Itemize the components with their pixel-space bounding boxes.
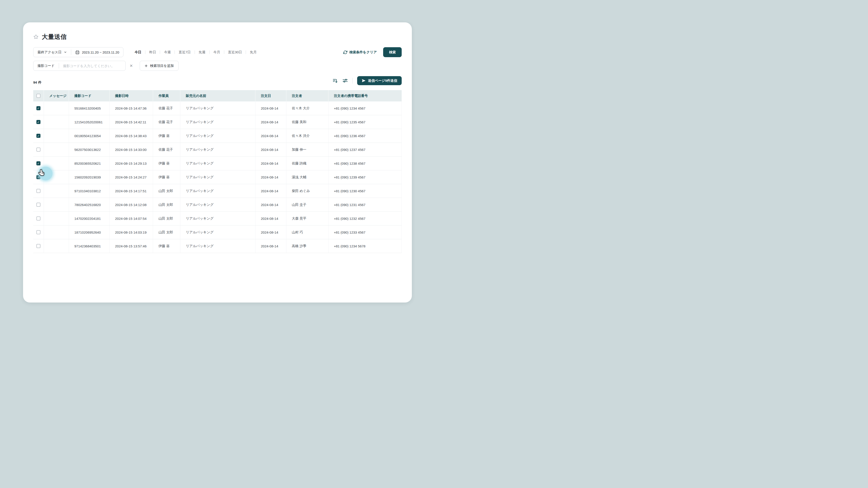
- cell-shoot-datetime: 2024-08-15 14:07:54: [110, 212, 153, 225]
- cell-message: [43, 101, 69, 115]
- date-range-picker[interactable]: 2023.11.20 ~ 2023.11.20: [71, 47, 123, 57]
- sort-icon: [333, 78, 338, 84]
- cell-shoot-datetime: 2024-08-15 14:29:13: [110, 157, 153, 170]
- table-row: 97142368403501 2024-08-15 13:57:46 伊藤 葵 …: [33, 239, 402, 244]
- calendar-icon: [75, 50, 80, 55]
- filter-row-primary: 最終アクセス日 2023.11.20 ~ 2023.11.20 今日昨日今週直近…: [33, 47, 402, 57]
- cell-seller-name: リアルパッキング: [180, 198, 255, 212]
- refresh-icon: [343, 50, 347, 55]
- code-filter-input[interactable]: [63, 64, 121, 68]
- cell-order-date: 2024-08-14: [255, 101, 286, 115]
- cell-orderer-phone: +81 (090) 1230 4567: [328, 184, 402, 198]
- cell-seller-name: リアルパッキング: [180, 101, 255, 115]
- row-checkbox[interactable]: [36, 120, 40, 124]
- cell-shoot-datetime: 2024-08-15 14:38:43: [110, 129, 153, 142]
- cell-order-date: 2024-08-14: [255, 143, 286, 156]
- row-checkbox[interactable]: [36, 106, 40, 110]
- add-search-field-button[interactable]: 検索項目を追加: [140, 61, 179, 71]
- filter-field-dropdown[interactable]: 最終アクセス日: [33, 47, 71, 57]
- row-checkbox[interactable]: [36, 148, 40, 152]
- code-filter-control: 撮影コード: [33, 61, 126, 71]
- cell-orderer: 佐藤 詩織: [286, 157, 328, 170]
- cell-message: [43, 143, 69, 156]
- cell-orderer: 大森 晃平: [286, 212, 328, 225]
- select-all-cell: [33, 90, 43, 101]
- cell-shoot-datetime: 2024-08-15 14:42:11: [110, 115, 153, 129]
- result-count-unit: 件: [38, 80, 41, 85]
- row-select-cell: [33, 239, 43, 244]
- cell-operator: 山田 太郎: [153, 212, 180, 225]
- row-select-cell: [33, 115, 43, 129]
- cell-orderer: 佐々木 大介: [286, 101, 328, 115]
- cell-operator: 伊藤 葵: [153, 239, 180, 244]
- cell-seller-name: リアルパッキング: [180, 115, 255, 129]
- remove-filter-button[interactable]: ✕: [128, 62, 135, 69]
- row-checkbox[interactable]: [36, 134, 40, 138]
- filter-settings-button[interactable]: [342, 78, 348, 84]
- cell-operator: 佐藤 花子: [153, 115, 180, 129]
- cell-seller-name: リアルパッキング: [180, 184, 255, 198]
- cell-order-date: 2024-08-14: [255, 239, 286, 244]
- row-checkbox[interactable]: [36, 203, 40, 207]
- clear-search-button[interactable]: 検索条件をクリア: [343, 50, 377, 55]
- cell-orderer-phone: +81 (090) 1232 4567: [328, 212, 402, 225]
- cell-seller-name: リアルパッキング: [180, 157, 255, 170]
- quick-range-item[interactable]: 直近30日: [224, 50, 246, 55]
- cell-seller-name: リアルパッキング: [180, 170, 255, 184]
- cell-orderer-phone: +81 (090) 1237 4567: [328, 143, 402, 156]
- select-all-checkbox[interactable]: [36, 94, 40, 98]
- column-header: 注文日: [255, 90, 286, 101]
- cell-order-date: 2024-08-14: [255, 184, 286, 198]
- cell-shoot-code: 15602092019039: [69, 170, 110, 184]
- table-row: 85200365520621 2024-08-15 14:29:13 伊藤 葵 …: [33, 157, 402, 170]
- cell-seller-name: リアルパッキング: [180, 129, 255, 142]
- cell-seller-name: リアルパッキング: [180, 212, 255, 225]
- row-checkbox[interactable]: [36, 230, 40, 234]
- cell-shoot-code: 97142368403501: [69, 239, 110, 244]
- quick-range-item[interactable]: 昨日: [145, 50, 160, 55]
- table-row: 55168413200405 2024-08-15 14:47:36 佐藤 花子…: [33, 101, 402, 115]
- close-icon: ✕: [130, 64, 133, 68]
- table-row: 78026402516820 2024-08-15 14:12:08 山田 太郎…: [33, 198, 402, 212]
- hand-cursor-icon: [37, 169, 46, 177]
- cell-order-date: 2024-08-14: [255, 170, 286, 184]
- table-tools: [333, 78, 348, 84]
- cell-message: [43, 239, 69, 244]
- search-button[interactable]: 検索: [383, 47, 402, 57]
- quick-range-item[interactable]: 直近7日: [175, 50, 194, 55]
- quick-range-item[interactable]: 今日: [131, 50, 145, 55]
- row-select-cell: [33, 129, 43, 142]
- row-select-cell: [33, 143, 43, 156]
- send-page-button[interactable]: 送信ページ5件送信: [357, 76, 402, 85]
- table-row: 00180504123054 2024-08-15 14:38:43 伊藤 葵 …: [33, 129, 402, 143]
- table-toolbar: 94 件 送信ページ5件送信: [33, 76, 402, 85]
- cell-orderer: 山田 圭子: [286, 198, 328, 212]
- cell-operator: 山田 太郎: [153, 225, 180, 239]
- sort-button[interactable]: [333, 78, 338, 84]
- cell-shoot-datetime: 2024-08-15 14:12:08: [110, 198, 153, 212]
- cell-shoot-datetime: 2024-08-15 14:47:36: [110, 101, 153, 115]
- quick-range-item[interactable]: 今週: [160, 50, 175, 55]
- quick-range-item[interactable]: 先月: [246, 50, 260, 55]
- table-row: 14702002204181 2024-08-15 14:07:54 山田 太郎…: [33, 212, 402, 225]
- send-page-label: 送信ページ5件送信: [368, 78, 397, 83]
- column-header: 販売元の名前: [180, 90, 255, 101]
- cell-orderer-phone: +81 (090) 1236 4567: [328, 129, 402, 142]
- cell-shoot-code: 121541052020061: [69, 115, 110, 129]
- filter-row-secondary: 撮影コード ✕ 検索項目を追加: [33, 61, 402, 71]
- quick-range-item[interactable]: 今月: [210, 50, 224, 55]
- row-select-cell: [33, 101, 43, 115]
- clear-search-label: 検索条件をクリア: [349, 50, 377, 55]
- quick-range-item[interactable]: 先週: [195, 50, 209, 55]
- cell-operator: 佐藤 花子: [153, 143, 180, 156]
- row-checkbox[interactable]: [36, 161, 40, 165]
- quick-range-list: 今日昨日今週直近7日先週今月直近30日先月: [131, 50, 260, 55]
- date-range-value: 2023.11.20 ~ 2023.11.20: [82, 51, 119, 54]
- row-checkbox[interactable]: [36, 189, 40, 193]
- row-select-cell: [33, 198, 43, 212]
- cell-shoot-code: 14702002204181: [69, 212, 110, 225]
- row-checkbox[interactable]: [36, 217, 40, 221]
- table-header-row: メッセージ撮影コード撮影日時作業員販売元の名前注文日注文者注文者の携帯電話番号: [33, 90, 402, 101]
- table-row: 15602092019039 2024-08-15 14:24:27 伊藤 葵 …: [33, 170, 402, 184]
- favorite-star-icon[interactable]: [33, 34, 39, 39]
